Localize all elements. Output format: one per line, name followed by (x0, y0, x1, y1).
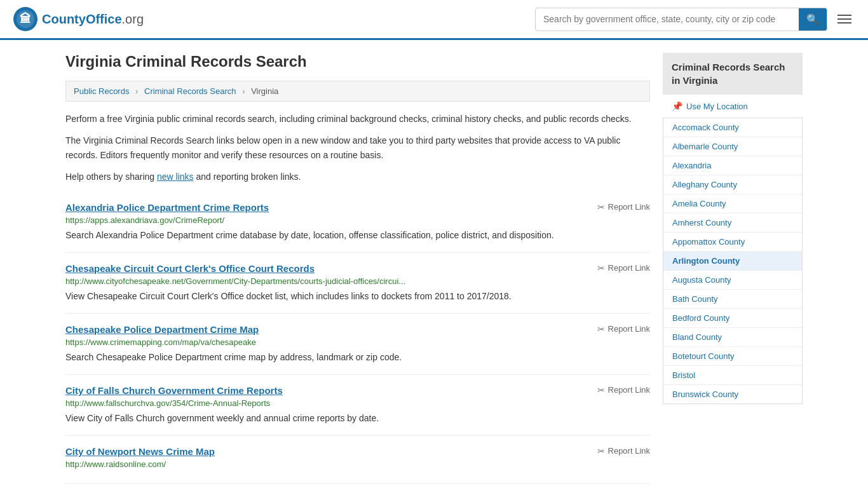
new-links-link[interactable]: new links (157, 172, 194, 182)
page-title: Virginia Criminal Records Search (65, 53, 650, 71)
result-header: Chesapeake Circuit Court Clerk's Office … (65, 263, 650, 274)
use-my-location-link[interactable]: Use My Location (686, 102, 748, 111)
intro3-suffix: and reporting broken links. (194, 172, 301, 182)
sidebar-county-link[interactable]: Bedford County (663, 309, 802, 327)
page-container: Virginia Criminal Records Search Public … (53, 40, 815, 488)
sidebar-county-link[interactable]: Alexandria (663, 156, 802, 175)
hamburger-line-2 (837, 18, 851, 20)
sidebar-county-item: Bristol (663, 366, 802, 385)
sidebar-county-link[interactable]: Accomack County (663, 118, 802, 137)
result-item: Alexandria Police Department Crime Repor… (65, 192, 650, 253)
report-link-label: Report Link (608, 324, 650, 334)
hamburger-button[interactable] (834, 11, 855, 27)
header-right: 🔍 (535, 8, 855, 31)
search-input[interactable] (536, 9, 799, 29)
sidebar-county-item: Arlington County (663, 252, 802, 271)
result-url: https://www.crimemapping.com/map/va/ches… (65, 337, 650, 347)
breadcrumb-sep-2: › (242, 86, 245, 96)
result-header: Chesapeake Police Department Crime Map ✂… (65, 324, 650, 335)
search-bar: 🔍 (535, 8, 827, 31)
sidebar-county-item: Albemarle County (663, 137, 802, 156)
report-link-button[interactable]: ✂ Report Link (597, 446, 650, 456)
scissors-icon: ✂ (597, 202, 605, 212)
result-title[interactable]: Chesapeake Police Department Crime Map (65, 324, 259, 335)
result-item: Chesapeake Circuit Court Clerk's Office … (65, 253, 650, 314)
result-item: City of Falls Church Government Crime Re… (65, 375, 650, 436)
result-desc: View City of Falls Church government wee… (65, 412, 650, 425)
breadcrumb-link-criminal-records[interactable]: Criminal Records Search (144, 86, 236, 96)
intro-paragraph-1: Perform a free Virginia public criminal … (65, 112, 650, 126)
sidebar-county-item: Brunswick County (663, 385, 802, 403)
report-link-label: Report Link (608, 263, 650, 273)
sidebar-county-item: Amelia County (663, 194, 802, 214)
sidebar-county-list: Accomack CountyAlbemarle CountyAlexandri… (663, 118, 803, 404)
result-url: http://www.cityofchesapeake.net/Governme… (65, 276, 650, 286)
sidebar-county-item: Alexandria (663, 156, 802, 175)
main-content: Virginia Criminal Records Search Public … (65, 53, 650, 484)
sidebar-county-item: Bedford County (663, 309, 802, 328)
results-container: Alexandria Police Department Crime Repor… (65, 192, 650, 484)
sidebar: Criminal Records Search in Virginia 📌 Us… (663, 53, 803, 484)
report-link-button[interactable]: ✂ Report Link (597, 324, 650, 334)
report-link-button[interactable]: ✂ Report Link (597, 385, 650, 395)
breadcrumb-link-public-records[interactable]: Public Records (74, 86, 129, 96)
logo-text: CountyOffice.org (42, 12, 144, 27)
sidebar-county-link[interactable]: Brunswick County (663, 385, 802, 403)
sidebar-county-link[interactable]: Amherst County (663, 214, 802, 232)
sidebar-county-link[interactable]: Alleghany County (663, 175, 802, 194)
sidebar-county-link[interactable]: Bristol (663, 366, 802, 384)
sidebar-county-item: Appomattox County (663, 233, 802, 252)
result-desc: Search Chesapeake Police Department crim… (65, 351, 650, 364)
logo-area: 🏛 CountyOffice.org (13, 6, 144, 32)
intro-paragraph-3: Help others by sharing new links and rep… (65, 170, 650, 184)
result-desc: Search Alexandria Police Department crim… (65, 229, 650, 242)
sidebar-county-item: Augusta County (663, 271, 802, 290)
hamburger-line-3 (837, 22, 851, 24)
result-title[interactable]: Chesapeake Circuit Court Clerk's Office … (65, 263, 315, 274)
sidebar-county-link[interactable]: Arlington County (663, 252, 802, 270)
sidebar-county-link[interactable]: Botetourt County (663, 347, 802, 365)
site-header: 🏛 CountyOffice.org 🔍 (0, 0, 868, 40)
sidebar-county-link[interactable]: Appomattox County (663, 233, 802, 251)
result-desc: View Chesapeake Circuit Court Clerk's Of… (65, 290, 650, 303)
scissors-icon: ✂ (597, 324, 605, 334)
sidebar-county-link[interactable]: Amelia County (663, 194, 802, 213)
sidebar-county-link[interactable]: Albemarle County (663, 137, 802, 156)
result-url: http://www.fallschurchva.gov/354/Crime-A… (65, 398, 650, 408)
scissors-icon: ✂ (597, 263, 605, 273)
report-link-button[interactable]: ✂ Report Link (597, 263, 650, 273)
result-url: https://apps.alexandriava.gov/CrimeRepor… (65, 215, 650, 225)
sidebar-county-link[interactable]: Bland County (663, 328, 802, 346)
result-item: Chesapeake Police Department Crime Map ✂… (65, 314, 650, 375)
sidebar-location[interactable]: 📌 Use My Location (663, 95, 803, 118)
intro-paragraph-2: The Virginia Criminal Records Search lin… (65, 133, 650, 162)
result-title[interactable]: City of Falls Church Government Crime Re… (65, 385, 283, 396)
scissors-icon: ✂ (597, 446, 605, 456)
sidebar-county-link[interactable]: Bath County (663, 290, 802, 308)
sidebar-county-item: Accomack County (663, 118, 802, 137)
result-title[interactable]: Alexandria Police Department Crime Repor… (65, 202, 269, 213)
breadcrumb: Public Records › Criminal Records Search… (65, 81, 650, 102)
result-header: Alexandria Police Department Crime Repor… (65, 202, 650, 213)
svg-text:🏛: 🏛 (20, 12, 31, 25)
sidebar-county-item: Botetourt County (663, 347, 802, 366)
search-button[interactable]: 🔍 (799, 8, 827, 30)
result-header: City of Falls Church Government Crime Re… (65, 385, 650, 396)
hamburger-line-1 (837, 15, 851, 16)
intro3-prefix: Help others by sharing (65, 172, 157, 182)
sidebar-county-item: Bland County (663, 328, 802, 347)
sidebar-title: Criminal Records Search in Virginia (663, 53, 803, 95)
report-link-label: Report Link (608, 385, 650, 395)
pin-icon: 📌 (672, 101, 682, 111)
sidebar-county-link[interactable]: Augusta County (663, 271, 802, 289)
report-link-label: Report Link (608, 202, 650, 212)
result-title[interactable]: City of Newport News Crime Map (65, 446, 215, 457)
sidebar-county-item: Bath County (663, 290, 802, 309)
result-url: http://www.raidsonline.com/ (65, 459, 650, 469)
sidebar-county-item: Amherst County (663, 214, 802, 233)
report-link-button[interactable]: ✂ Report Link (597, 202, 650, 212)
breadcrumb-sep-1: › (135, 86, 138, 96)
breadcrumb-current: Virginia (251, 86, 278, 96)
logo-icon: 🏛 (13, 6, 38, 32)
result-item: City of Newport News Crime Map ✂ Report … (65, 436, 650, 484)
